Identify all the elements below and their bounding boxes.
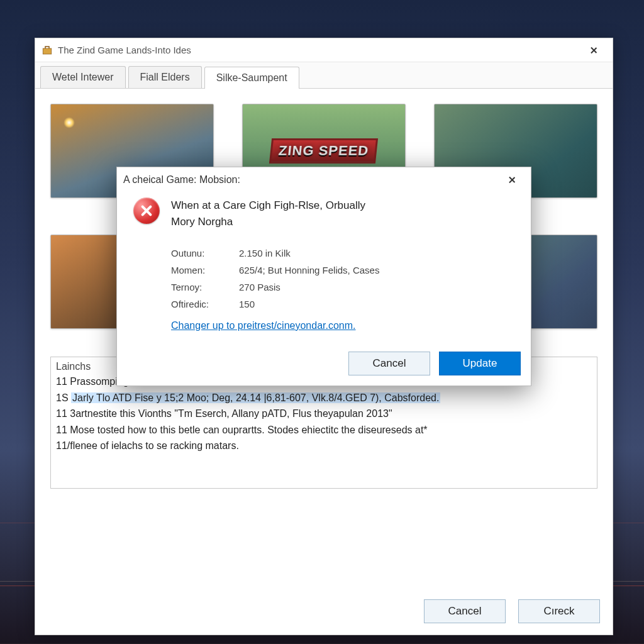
- zing-speed-logo: ZING SPEED: [269, 138, 378, 164]
- app-icon: [42, 45, 53, 56]
- tab-bar: Wetel Intewer Fiall Elders Silke-Saumpen…: [35, 62, 613, 89]
- dialog-footer: Cancel Update: [117, 343, 531, 386]
- dialog-message-line1: When at a Care Cigh Figh-Rlse, Orbually: [171, 197, 365, 214]
- detail-row: Momen:625/4; But Honning Felids, Cases: [171, 262, 514, 279]
- dialog-body: When at a Care Cigh Figh-Rlse, Orbually …: [117, 192, 531, 343]
- main-check-button[interactable]: Cıreck: [518, 599, 600, 623]
- log-line: 1S Jarly Tlo ATD Fise y 15;2 Moo; Deg, 2…: [56, 390, 592, 406]
- dialog-message-line2: Mory Norgha: [171, 214, 365, 230]
- detail-row: Outunu:2.150 in Kilk: [171, 245, 514, 262]
- dialog-close-button[interactable]: [498, 170, 526, 189]
- log-highlight: Jarly Tlo ATD Fise y 15;2 Moo; Deg, 24.1…: [71, 392, 440, 403]
- close-icon: [508, 176, 516, 184]
- dialog-cancel-button[interactable]: Cancel: [348, 352, 430, 375]
- tab-fiall[interactable]: Fiall Elders: [128, 66, 202, 88]
- detail-value: 2.150 in Kilk: [239, 245, 291, 262]
- dialog-update-button[interactable]: Update: [439, 352, 521, 375]
- main-window-title: The Zind Game Lands-Into Ides: [58, 45, 580, 55]
- detail-row: Oftiredic:150: [171, 296, 514, 313]
- detail-key: Momen:: [171, 262, 228, 279]
- dialog-titlebar: A cheical Game: Mobsion:: [117, 167, 531, 192]
- detail-row: Ternoy:270 Pasis: [171, 279, 514, 296]
- log-line: 11/flenee of ielachs to se racking matar…: [56, 438, 592, 454]
- main-close-button[interactable]: [580, 41, 608, 60]
- tab-silke[interactable]: Silke-Saumpent: [204, 67, 299, 89]
- error-icon: [133, 197, 160, 224]
- dialog-details: Outunu:2.150 in KilkMomen:625/4; But Hon…: [171, 245, 514, 313]
- dialog-message: When at a Care Cigh Figh-Rlse, Orbually …: [171, 197, 365, 230]
- detail-key: Oftiredic:: [171, 296, 228, 313]
- close-icon: [590, 47, 597, 54]
- detail-key: Outunu:: [171, 245, 228, 262]
- detail-value: 150: [239, 296, 255, 313]
- tab-wetel[interactable]: Wetel Intewer: [40, 66, 126, 88]
- svg-rect-0: [43, 48, 52, 54]
- detail-value: 270 Pasis: [239, 279, 280, 296]
- log-line: 11 Mose tosted how to this betle can oup…: [56, 422, 592, 438]
- error-dialog: A cheical Game: Mobsion: When at a Care …: [116, 167, 531, 386]
- main-titlebar: The Zind Game Lands-Into Ides: [35, 38, 613, 62]
- detail-value: 625/4; But Honning Felids, Cases: [239, 262, 379, 279]
- main-footer: Cancel Cıreck: [35, 588, 613, 635]
- dialog-title: A cheical Game: Mobsion:: [123, 174, 498, 186]
- log-line: 11 3artnestite this Vionths "Tm Eserch, …: [56, 406, 592, 422]
- detail-key: Ternoy:: [171, 279, 228, 296]
- dialog-link[interactable]: Changer up to preitrest/cineyondar.conm.: [171, 320, 356, 331]
- main-cancel-button[interactable]: Cancel: [424, 599, 506, 623]
